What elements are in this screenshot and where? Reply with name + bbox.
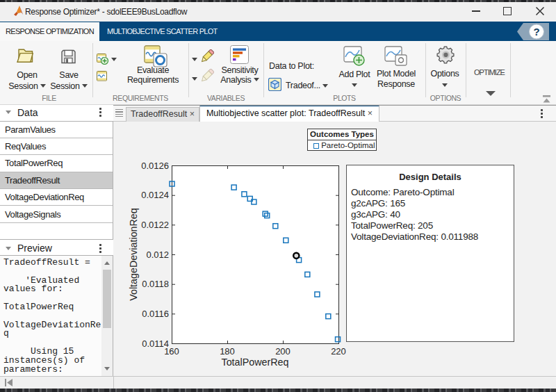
svg-text:200: 200 — [275, 346, 291, 357]
svg-text:0.0116: 0.0116 — [142, 309, 169, 319]
svg-text:?: ? — [533, 26, 539, 38]
svg-text:TotalPowerReq: TotalPowerReq — [222, 357, 289, 368]
svg-text:0.0126: 0.0126 — [141, 161, 169, 171]
svg-text:VoltageDeviationReq: VoltageDeviationReq — [128, 208, 139, 301]
svg-text:160: 160 — [164, 346, 179, 357]
svg-text:0.0122: 0.0122 — [141, 220, 169, 230]
svg-text:0.0118: 0.0118 — [142, 279, 169, 289]
svg-text:0.0124: 0.0124 — [141, 190, 169, 200]
svg-text:180: 180 — [220, 346, 235, 357]
svg-text:220: 220 — [331, 346, 346, 357]
svg-text:0.012: 0.012 — [146, 250, 169, 260]
